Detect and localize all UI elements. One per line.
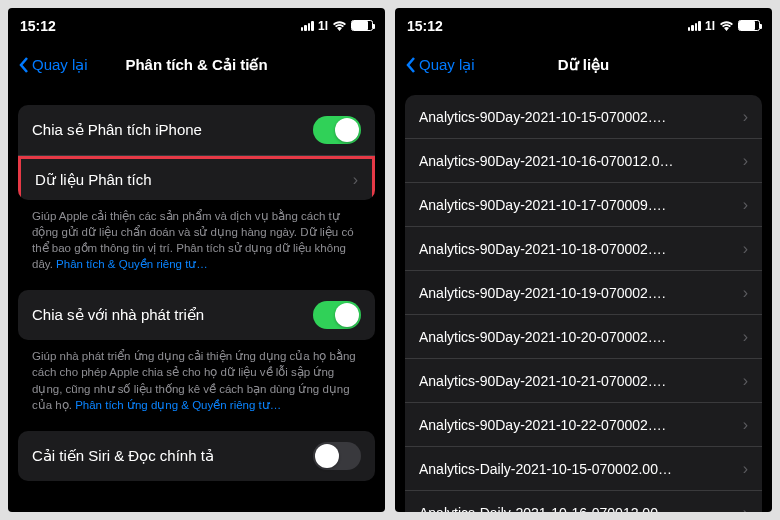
right-phone: 15:12 1l Quay lại Dữ liệu Analytics-90Da… <box>395 8 772 512</box>
toggle-share-iphone[interactable] <box>313 116 361 144</box>
toggle-share-dev[interactable] <box>313 301 361 329</box>
chevron-right-icon: › <box>743 196 748 214</box>
wifi-icon <box>332 20 347 31</box>
row-siri[interactable]: Cải tiến Siri & Đọc chính tả <box>18 431 375 481</box>
list-item-label: Analytics-90Day-2021-10-17-070009…. <box>419 197 743 213</box>
back-label: Quay lại <box>32 56 88 74</box>
row-label: Dữ liệu Phân tích <box>35 171 353 189</box>
footer-text-2: Giúp nhà phát triển ứng dụng cải thiện ứ… <box>18 340 375 412</box>
list-item[interactable]: Analytics-Daily-2021-10-16-070012.00…› <box>405 491 762 512</box>
chevron-right-icon: › <box>743 328 748 346</box>
status-icons: 1l <box>688 19 760 33</box>
wifi-icon <box>719 20 734 31</box>
chevron-right-icon: › <box>743 284 748 302</box>
nav-bar: Quay lại Dữ liệu <box>395 43 772 87</box>
group-siri: Cải tiến Siri & Đọc chính tả <box>18 431 375 481</box>
row-share-dev[interactable]: Chia sẻ với nhà phát triển <box>18 290 375 340</box>
list-item-label: Analytics-90Day-2021-10-15-070002…. <box>419 109 743 125</box>
battery-icon <box>351 20 373 31</box>
chevron-right-icon: › <box>353 171 358 189</box>
chevron-left-icon <box>18 56 30 74</box>
group-dev: Chia sẻ với nhà phát triển <box>18 290 375 340</box>
list-item[interactable]: Analytics-90Day-2021-10-20-070002….› <box>405 315 762 359</box>
row-label: Chia sẻ với nhà phát triển <box>32 306 313 324</box>
list-item-label: Analytics-90Day-2021-10-20-070002…. <box>419 329 743 345</box>
list-item[interactable]: Analytics-90Day-2021-10-17-070009….› <box>405 183 762 227</box>
chevron-right-icon: › <box>743 416 748 434</box>
status-bar: 15:12 1l <box>395 8 772 43</box>
list-item[interactable]: Analytics-Daily-2021-10-15-070002.00…› <box>405 447 762 491</box>
row-analytics-data[interactable]: Dữ liệu Phân tích › <box>18 156 375 200</box>
status-icons: 1l <box>301 19 373 33</box>
list-item[interactable]: Analytics-90Day-2021-10-15-070002….› <box>405 95 762 139</box>
chevron-right-icon: › <box>743 460 748 478</box>
signal-icon <box>688 21 701 31</box>
left-phone: 15:12 1l Quay lại Phân tích & Cải tiến C… <box>8 8 385 512</box>
battery-icon <box>738 20 760 31</box>
list-item-label: Analytics-90Day-2021-10-18-070002…. <box>419 241 743 257</box>
list-item-label: Analytics-Daily-2021-10-15-070002.00… <box>419 461 743 477</box>
status-time: 15:12 <box>20 18 56 34</box>
list-item-label: Analytics-90Day-2021-10-21-070002…. <box>419 373 743 389</box>
toggle-siri[interactable] <box>313 442 361 470</box>
network-label: 1l <box>705 19 715 33</box>
row-label: Cải tiến Siri & Đọc chính tả <box>32 447 313 465</box>
chevron-right-icon: › <box>743 504 748 513</box>
chevron-right-icon: › <box>743 108 748 126</box>
row-label: Chia sẻ Phân tích iPhone <box>32 121 313 139</box>
list-item-label: Analytics-90Day-2021-10-19-070002…. <box>419 285 743 301</box>
back-button[interactable]: Quay lại <box>405 56 475 74</box>
list-item[interactable]: Analytics-90Day-2021-10-19-070002….› <box>405 271 762 315</box>
list-item[interactable]: Analytics-90Day-2021-10-16-070012.0…› <box>405 139 762 183</box>
list-item-label: Analytics-Daily-2021-10-16-070012.00… <box>419 505 743 513</box>
chevron-right-icon: › <box>743 152 748 170</box>
nav-title: Phân tích & Cải tiến <box>125 56 267 74</box>
footer-link[interactable]: Phân tích ứng dụng & Quyền riêng tư… <box>75 399 281 411</box>
chevron-right-icon: › <box>743 372 748 390</box>
list-item-label: Analytics-90Day-2021-10-22-070002…. <box>419 417 743 433</box>
group-analytics: Chia sẻ Phân tích iPhone Dữ liệu Phân tí… <box>18 105 375 200</box>
back-button[interactable]: Quay lại <box>18 56 88 74</box>
chevron-right-icon: › <box>743 240 748 258</box>
list-item[interactable]: Analytics-90Day-2021-10-21-070002….› <box>405 359 762 403</box>
list-item[interactable]: Analytics-90Day-2021-10-22-070002….› <box>405 403 762 447</box>
data-list: Analytics-90Day-2021-10-15-070002….›Anal… <box>405 95 762 512</box>
row-share-iphone[interactable]: Chia sẻ Phân tích iPhone <box>18 105 375 156</box>
status-time: 15:12 <box>407 18 443 34</box>
right-content: Analytics-90Day-2021-10-15-070002….›Anal… <box>395 87 772 512</box>
list-item[interactable]: Analytics-90Day-2021-10-18-070002….› <box>405 227 762 271</box>
left-content: Chia sẻ Phân tích iPhone Dữ liệu Phân tí… <box>8 87 385 512</box>
footer-text-1: Giúp Apple cải thiện các sản phẩm và dịc… <box>18 200 375 272</box>
back-label: Quay lại <box>419 56 475 74</box>
footer-link[interactable]: Phân tích & Quyền riêng tư… <box>56 258 208 270</box>
nav-title: Dữ liệu <box>558 56 610 74</box>
status-bar: 15:12 1l <box>8 8 385 43</box>
chevron-left-icon <box>405 56 417 74</box>
list-item-label: Analytics-90Day-2021-10-16-070012.0… <box>419 153 743 169</box>
signal-icon <box>301 21 314 31</box>
nav-bar: Quay lại Phân tích & Cải tiến <box>8 43 385 87</box>
network-label: 1l <box>318 19 328 33</box>
